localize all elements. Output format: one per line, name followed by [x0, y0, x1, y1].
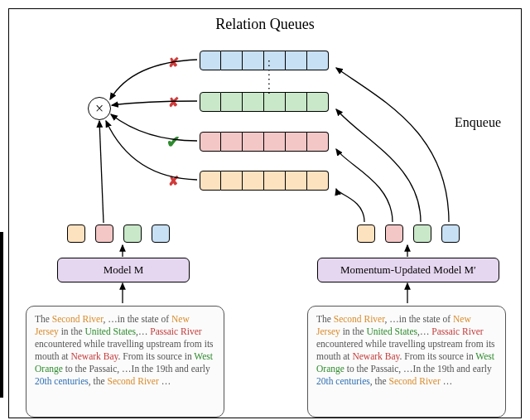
queue-cell	[200, 132, 221, 152]
otimes-node: ×	[88, 97, 111, 120]
model-m-prime-label: Momentum-Updated Model M′	[340, 263, 476, 277]
queue-cell	[286, 51, 307, 70]
model-m-prime-outputs	[357, 224, 460, 243]
queue-cell	[221, 92, 243, 112]
queue-cell	[307, 171, 329, 191]
queue-cell	[243, 51, 264, 70]
output-square-blue	[152, 224, 170, 243]
model-m-label: Model M	[104, 263, 144, 277]
x-mark-icon: ✘	[168, 55, 179, 70]
queue-blue	[200, 51, 329, 70]
output-square-red	[385, 224, 403, 243]
queue-cell	[243, 92, 264, 112]
queue-cell	[307, 51, 329, 70]
queue-ellipsis: ........	[265, 60, 278, 96]
queue-cell	[307, 132, 329, 152]
model-m-outputs	[67, 224, 170, 243]
queue-cell	[286, 132, 307, 152]
enqueue-label: Enqueue	[455, 115, 501, 130]
x-mark-icon: ✘	[168, 173, 179, 189]
diagram-frame: Relation Queues Enqueue ........ ✘ ✘ ✔ ✘…	[8, 8, 522, 418]
queue-cell	[200, 171, 221, 191]
queue-cell	[264, 132, 286, 152]
diagram-title: Relation Queues	[210, 16, 319, 33]
queue-cell	[243, 171, 264, 191]
crop-edge-bar	[0, 232, 3, 398]
input-passage-right: The Second River, …in the state of New J…	[307, 306, 506, 418]
queue-cell	[221, 51, 243, 70]
output-square-green	[413, 224, 431, 243]
output-square-green	[123, 224, 142, 243]
x-mark-icon: ✘	[168, 94, 179, 110]
queue-cell	[286, 171, 307, 191]
queue-green	[200, 92, 329, 112]
queue-cell	[243, 132, 264, 152]
queue-cell	[264, 171, 286, 191]
check-mark-icon: ✔	[166, 132, 181, 152]
queue-cell	[200, 92, 221, 112]
model-m-prime-box: Momentum-Updated Model M′	[317, 258, 499, 282]
model-m-box: Model M	[57, 258, 190, 282]
queue-cell	[221, 132, 243, 152]
queue-orange	[200, 171, 329, 191]
input-passage-left: The Second River, …in the state of New J…	[26, 306, 224, 418]
queue-cell	[221, 171, 243, 191]
queue-red	[200, 132, 329, 152]
queue-cell	[200, 51, 221, 70]
output-square-blue	[441, 224, 460, 243]
output-square-orange	[67, 224, 85, 243]
queue-cell	[307, 92, 329, 112]
output-square-red	[95, 224, 113, 243]
output-square-orange	[357, 224, 375, 243]
queue-cell	[286, 92, 307, 112]
